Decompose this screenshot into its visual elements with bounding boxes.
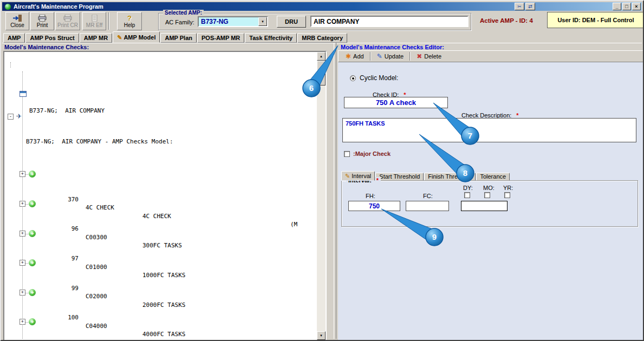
scroll-up-button[interactable]: ▲: [317, 52, 326, 61]
cyclic-model-radio[interactable]: Cyclic Model:: [350, 74, 398, 82]
exit-icon: [12, 15, 22, 22]
chevron-down-icon: ▼: [261, 20, 264, 23]
tree-row[interactable]: + + 370 4C CHECK 4C CHECK (M: [4, 170, 317, 179]
user-id-badge: User ID: DEM - Full Control: [547, 12, 644, 28]
mo-label: MO:: [483, 185, 495, 191]
scrollbar-thumb[interactable]: [317, 61, 326, 86]
expand-icon[interactable]: +: [19, 201, 25, 207]
session-button-1[interactable]: ✂: [515, 3, 524, 10]
check-node-icon: +: [29, 170, 36, 178]
tab-amp-pos-struct[interactable]: AMP Pos Struct: [25, 33, 79, 43]
tree-root-row[interactable]: B737-NG; AIR COMPANY: [4, 90, 317, 99]
update-button[interactable]: ✎ Update: [373, 51, 408, 61]
tree-model-row[interactable]: - ✈ B737-NG; AIR COMPANY - AMP Checks Mo…: [4, 113, 317, 121]
check-id-input[interactable]: 750 A check: [344, 97, 448, 108]
delete-button[interactable]: ✖ Delete: [413, 51, 445, 61]
check-desc: 2000FC TASKS: [142, 301, 185, 310]
ac-family-combo[interactable]: B737-NG ▼: [198, 16, 268, 27]
arrow-up-icon: ▲: [320, 55, 323, 58]
required-asterisk: *: [376, 177, 379, 183]
expand-icon[interactable]: +: [19, 231, 25, 237]
tab-task-effectivity[interactable]: Task Effectivity: [245, 33, 297, 43]
check-description-input[interactable]: 750FH TASKS: [342, 118, 636, 142]
minimize-button[interactable]: _: [613, 3, 621, 10]
help-icon: ?: [127, 15, 132, 22]
tab-amp-model[interactable]: ✎AMP Model: [113, 31, 160, 43]
maximize-button[interactable]: □: [622, 3, 631, 10]
mr-eff-button[interactable]: MR Eff: [82, 12, 106, 30]
toolbar-separator: [108, 12, 109, 30]
add-button[interactable]: ✱ Add: [342, 51, 368, 61]
page-edit-icon: ✎: [345, 173, 350, 180]
mo-checkbox[interactable]: [484, 192, 490, 198]
scroll-down-button[interactable]: ▼: [317, 331, 326, 340]
subtab-start-threshold[interactable]: Start Threshold: [375, 173, 424, 181]
tree-row[interactable]: + + 96 C00300 300FC TASKS: [4, 200, 317, 208]
expand-icon[interactable]: +: [19, 319, 25, 325]
check-node-icon: +: [29, 230, 36, 237]
editor-toolbar: ✱ Add ✎ Update ✖ Delete: [338, 50, 644, 62]
tree-scrollbar[interactable]: ▲ ▼: [317, 52, 326, 340]
add-icon: ✱: [346, 53, 351, 60]
check-node-icon: +: [29, 289, 36, 296]
toolbar-separator: [370, 52, 371, 61]
tree-row[interactable]: + + 101 C05000 5000FC TASKS: [4, 318, 317, 326]
airplane-icon: ✈: [16, 113, 22, 121]
session-icon-1: ✂: [517, 4, 522, 9]
session-button-2[interactable]: ⇄: [525, 3, 535, 10]
expand-icon[interactable]: +: [19, 290, 25, 296]
editor-panel-title: Model's Maintenance Checks Editor:: [341, 44, 444, 50]
tree-row[interactable]: + + 97 C01000 1000FC TASKS: [4, 229, 317, 238]
tab-amp-mr[interactable]: AMP MR: [80, 33, 112, 43]
print-button[interactable]: Print: [30, 12, 54, 30]
check-extra: (M: [290, 220, 297, 229]
document-icon: [89, 15, 99, 22]
tree-guide-line: [10, 62, 11, 68]
fc-input[interactable]: [406, 201, 449, 211]
close-window-button[interactable]: ×: [632, 3, 641, 10]
tab-mrb-category[interactable]: MRB Category: [297, 33, 347, 43]
help-button[interactable]: ? Help: [117, 12, 142, 30]
collapse-icon[interactable]: -: [8, 114, 14, 120]
window-controls: _ □ ×: [613, 3, 641, 10]
combo-dropdown-button[interactable]: ▼: [258, 17, 267, 26]
expand-icon[interactable]: +: [19, 260, 25, 266]
tab-amp[interactable]: AMP: [3, 33, 25, 43]
print-cr-button[interactable]: Print CR: [55, 12, 80, 30]
print-cr-icon: [63, 15, 73, 22]
tab-amp-plan[interactable]: AMP Plan: [160, 33, 197, 43]
company-field[interactable]: AIR COMPANY: [310, 16, 469, 27]
tree-rows: B737-NG; AIR COMPANY - ✈ B737-NG; AIR CO…: [4, 52, 317, 340]
check-node-icon: +: [29, 259, 36, 266]
tree-row[interactable]: + + 100 C04000 4000FC TASKS: [4, 288, 317, 297]
dru-button[interactable]: DRU: [277, 16, 306, 28]
dy-checkbox[interactable]: [464, 192, 470, 198]
major-check-checkbox[interactable]: :Major Check: [344, 150, 391, 157]
panel-divider: [334, 43, 336, 339]
subtab-tolerance[interactable]: Tolerance: [476, 173, 510, 181]
yr-checkbox[interactable]: [504, 192, 510, 198]
close-icon: ×: [635, 4, 638, 9]
expand-icon[interactable]: +: [19, 171, 25, 177]
dmy-input[interactable]: [461, 201, 508, 211]
checks-tree: B737-NG; AIR COMPANY - ✈ B737-NG; AIR CO…: [3, 51, 327, 341]
close-button[interactable]: Close: [5, 12, 29, 30]
tree-check-rows: + + 370 4C CHECK 4C CHECK (M + + 96 C003…: [4, 142, 317, 340]
session-icon-2: ⇄: [528, 4, 532, 9]
minimize-icon: _: [615, 4, 618, 9]
fh-input[interactable]: 750: [348, 201, 400, 211]
active-amp-status: Active AMP - ID: 4: [480, 17, 533, 24]
check-node-icon: +: [29, 318, 36, 325]
page-edit-icon: ✎: [117, 33, 122, 42]
update-icon: ✎: [377, 53, 382, 60]
application-window: Aircraft's Maintenance Program ✂ ⇄ _ □ ×…: [0, 0, 644, 341]
tab-pos-amp-mr[interactable]: POS-AMP MR: [197, 33, 244, 43]
ac-family-label: AC Family:: [165, 19, 194, 25]
subtab-interval[interactable]: ✎Interval: [341, 171, 375, 181]
app-icon: [5, 4, 11, 10]
fh-label: FH:: [366, 193, 375, 199]
table-icon: [19, 91, 27, 97]
title-bar: Aircraft's Maintenance Program ✂ ⇄ _ □ ×: [2, 2, 642, 11]
subtab-finish-threshold[interactable]: Finish Threshold: [424, 173, 476, 181]
tree-row[interactable]: + + 99 C02000 2000FC TASKS: [4, 259, 317, 267]
